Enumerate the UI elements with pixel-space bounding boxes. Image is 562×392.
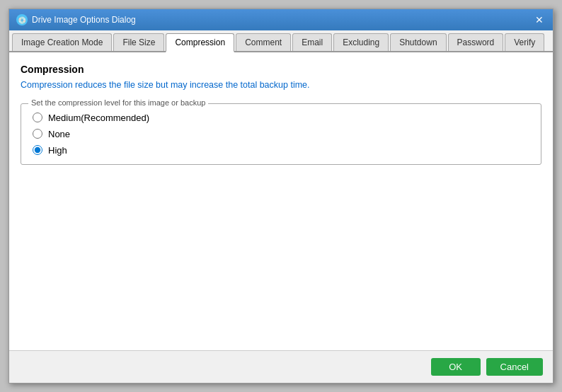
radio-option-medium[interactable]: Medium(Recommended) — [33, 113, 529, 123]
tab-shutdown[interactable]: Shutdown — [390, 33, 446, 51]
radio-none-label: None — [48, 129, 70, 139]
radio-medium-label: Medium(Recommended) — [48, 113, 149, 123]
radio-high[interactable] — [33, 145, 42, 155]
compression-group: Set the compression level for this image… — [21, 103, 541, 165]
tab-excluding[interactable]: Excluding — [333, 33, 389, 51]
content-area: Compression Compression reduces the file… — [9, 52, 553, 350]
tab-bar: Image Creation Mode File Size Compressio… — [9, 30, 553, 52]
tab-comment[interactable]: Comment — [236, 33, 291, 51]
radio-option-none[interactable]: None — [33, 129, 529, 139]
tab-password[interactable]: Password — [448, 33, 504, 51]
ok-button[interactable]: OK — [431, 358, 481, 376]
dialog-title: Drive Image Options Dialog — [32, 15, 136, 25]
tab-verify[interactable]: Verify — [505, 33, 544, 51]
title-bar: 💿 Drive Image Options Dialog ✕ — [9, 9, 553, 30]
radio-medium[interactable] — [33, 113, 42, 122]
section-description: Compression reduces the file size but ma… — [21, 79, 541, 92]
cancel-button[interactable]: Cancel — [486, 358, 543, 376]
group-legend: Set the compression level for this image… — [28, 98, 208, 107]
radio-option-high[interactable]: High — [33, 145, 529, 156]
tab-email[interactable]: Email — [292, 33, 332, 51]
tab-file-size[interactable]: File Size — [113, 33, 164, 51]
close-button[interactable]: ✕ — [533, 13, 546, 26]
footer: OK Cancel — [9, 350, 553, 383]
dialog: 💿 Drive Image Options Dialog ✕ Image Cre… — [8, 8, 554, 384]
tab-compression[interactable]: Compression — [166, 33, 234, 52]
tab-image-creation-mode[interactable]: Image Creation Mode — [12, 33, 112, 51]
dialog-icon: 💿 — [16, 14, 28, 25]
radio-high-label: High — [48, 145, 67, 156]
radio-none[interactable] — [33, 129, 42, 139]
section-title: Compression — [21, 64, 541, 75]
